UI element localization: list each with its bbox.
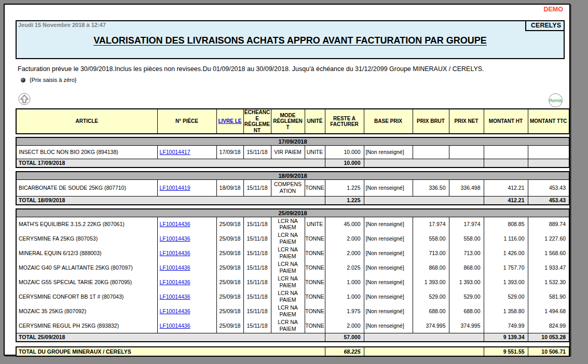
montant-ttc-cell: 1 532.30 — [528, 275, 569, 289]
bullet-icon — [21, 78, 25, 82]
total-montant-ht-cell: 412.21 — [484, 196, 528, 205]
group-date-label: 17/09/2018 — [16, 137, 569, 145]
table-row: MINERAL EQUIN 6/12/3 (888003)LF100144362… — [16, 246, 569, 260]
group-total-montant-ht-cell: 9 551.55 — [484, 347, 528, 356]
piece-link[interactable]: LF10014436 — [160, 308, 190, 314]
total-spacer — [364, 196, 484, 205]
total-spacer — [364, 159, 484, 167]
total-label-cell: TOTAL 18/09/2018 — [16, 196, 325, 205]
livre-le-cell: 18/09/18 — [216, 179, 243, 196]
montant-ttc-cell: 1 568.60 — [528, 246, 569, 260]
montant-ttc-cell: 824.99 — [528, 318, 569, 333]
group-date-label: 18/09/2018 — [16, 172, 569, 179]
montant-ttc-cell: 1 227.60 — [528, 231, 569, 246]
prix-net-cell: 336.498 — [449, 179, 484, 196]
unite-cell: TONNE — [305, 318, 325, 333]
livre-le-cell: 25/09/18 — [216, 246, 243, 260]
table-row: INSECT BLOC NON BIO 20KG (894138)LF10014… — [16, 145, 569, 159]
table-body-groups: 17/09/2018INSECT BLOC NON BIO 20KG (8941… — [5, 137, 569, 342]
piece-cell: LF10014436 — [157, 275, 216, 289]
unite-cell: TONNE — [305, 275, 325, 289]
piece-link[interactable]: LF10014419 — [160, 185, 190, 191]
article-cell: CERYSMINE FA 25KG (807053) — [16, 231, 157, 246]
piece-link[interactable]: LF10014436 — [160, 279, 190, 285]
echeance-cell: 15/11/18 — [243, 231, 271, 246]
total-label-cell: TOTAL 17/09/2018 — [16, 159, 325, 167]
prix-net-cell: 529.00 — [449, 289, 484, 304]
prix-brut-cell: 558.00 — [413, 231, 449, 246]
prix-brut-cell: 529.00 — [413, 289, 449, 304]
reste-cell: 1.000 — [325, 275, 364, 289]
base-prix-cell: [Non renseigné] — [364, 304, 413, 318]
piece-link[interactable]: LF10014436 — [160, 250, 190, 256]
group-total-row: TOTAL 18/09/20181.225412.21453.43 — [16, 196, 569, 205]
col-header-montant-ht: MONTANT HT — [484, 109, 528, 134]
prix-net-cell — [449, 145, 484, 159]
company-label: CERELYS — [525, 20, 565, 31]
piece-link[interactable]: LF10014436 — [160, 293, 190, 300]
group-date-label: 25/09/2018 — [16, 209, 569, 217]
col-header-prix-net: PRIX NET — [449, 109, 484, 134]
echeance-cell: 15/11/18 — [243, 217, 271, 231]
mode-cell: COMPENSATION — [271, 179, 305, 196]
col-header-mode: MODE RÈGLEMENT — [271, 109, 305, 134]
montant-ttc-cell: 889.74 — [528, 217, 569, 231]
table-row: MOZAIC 35 25KG (807092)LF1001443625/09/1… — [16, 304, 569, 318]
table-row: MOZAIC G40 SP ALLAITANTE 25KG (807097)LF… — [16, 260, 569, 275]
montant-ht-cell: 1 757.70 — [484, 260, 528, 275]
piece-link[interactable]: LF10014436 — [160, 221, 190, 227]
reste-cell: 1.000 — [325, 289, 364, 304]
unite-cell: TONNE — [305, 231, 325, 246]
article-cell: MATH'S EQUILIBRE 3.15.2 22KG (807061) — [16, 217, 157, 231]
remis-icon-label: Remis — [549, 98, 562, 103]
livre-le-cell: 25/09/18 — [216, 231, 243, 246]
piece-cell: LF10014436 — [157, 318, 216, 333]
remis-icon[interactable]: Remis — [549, 93, 563, 107]
livre-le-cell: 25/09/18 — [216, 217, 243, 231]
reste-cell: 10.000 — [325, 145, 364, 159]
total-montant-ht-cell: 9 139.34 — [484, 333, 528, 342]
table-row: MATH'S EQUILIBRE 3.15.2 22KG (807061)LF1… — [16, 217, 569, 231]
piece-link[interactable]: LF10014417 — [160, 149, 190, 155]
mode-cell: LCR NA PAIEM — [271, 260, 305, 275]
group-total-spacer — [364, 347, 484, 356]
unite-cell: UNITE — [305, 217, 325, 231]
reste-cell: 1.225 — [325, 179, 364, 196]
livre-le-cell: 25/09/18 — [216, 304, 243, 318]
table-row: CERYSMINE FA 25KG (807053)LF1001443625/0… — [16, 231, 569, 246]
montant-ht-cell: 1 393.00 — [484, 275, 528, 289]
col-header-montant-ttc: MONTANT TTC — [528, 109, 569, 134]
reste-cell: 2.000 — [325, 231, 364, 246]
montant-ttc-cell: 581.90 — [528, 289, 569, 304]
mode-cell: VIR PAIEM — [271, 145, 305, 159]
montant-ht-cell: 412.21 — [484, 179, 528, 196]
prix-net-cell: 1 393.00 — [449, 275, 484, 289]
prix-brut-cell: 17.974 — [413, 217, 449, 231]
piece-link[interactable]: LF10014436 — [160, 323, 190, 329]
reste-cell: 45.000 — [325, 217, 364, 231]
base-prix-cell: [Non renseigné] — [364, 275, 413, 289]
livre-le-sort-link[interactable]: LIVRE LE — [218, 118, 241, 124]
prix-brut-cell: 1 393.00 — [413, 275, 449, 289]
reste-cell: 1.975 — [325, 304, 364, 318]
col-header-piece: N° PIÈCE — [157, 109, 216, 134]
piece-link[interactable]: LF10014436 — [160, 264, 190, 271]
prix-brut-cell — [413, 145, 449, 159]
prix-brut-cell: 336.50 — [413, 179, 449, 196]
reste-cell: 2.025 — [325, 260, 364, 275]
group-total-montant-ttc-cell: 10 506.71 — [528, 347, 569, 356]
col-header-prix-brut: PRIX BRUT — [413, 109, 449, 134]
echeance-cell: 15/11/18 — [243, 318, 271, 333]
col-header-reste: RESTE A FACTURER — [325, 109, 364, 134]
piece-link[interactable]: LF10014436 — [160, 235, 190, 242]
total-montant-ttc-cell: 453.43 — [528, 196, 569, 205]
livre-le-cell: 25/09/18 — [216, 289, 243, 304]
montant-ttc-cell: 1 494.68 — [528, 304, 569, 318]
scroll-to-top-icon[interactable] — [18, 93, 31, 105]
base-prix-cell: [Non renseigné] — [364, 179, 413, 196]
unite-cell: TONNE — [305, 179, 325, 196]
echeance-cell: 15/11/18 — [243, 289, 271, 304]
report-page: DEMO Jeudi 15 Novembre 2018 à 12:47 CERE… — [4, 4, 570, 356]
echeance-cell: 15/11/18 — [243, 304, 271, 318]
echeance-cell: 15/11/18 — [243, 275, 271, 289]
